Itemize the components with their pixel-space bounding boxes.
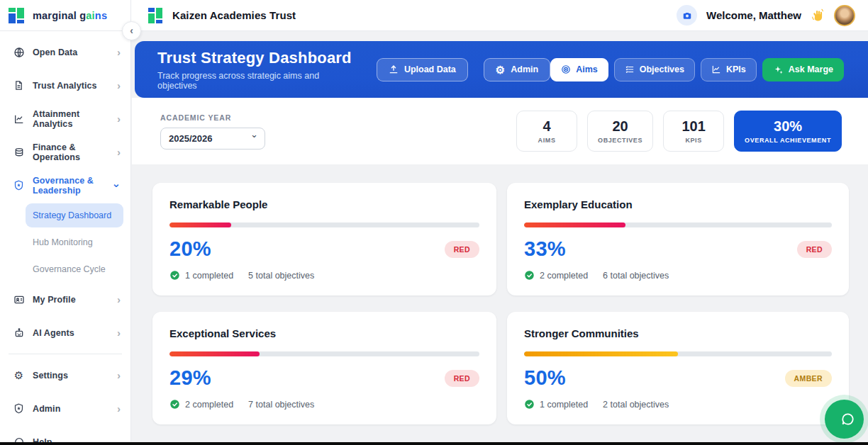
chevron-right-icon [117, 146, 121, 158]
org-header: Kaizen Academies Trust [148, 8, 296, 23]
check-circle-icon [169, 270, 180, 281]
upload-data-button[interactable]: Upload Data [377, 58, 468, 81]
chevron-right-icon [117, 79, 121, 91]
globe-icon [13, 46, 25, 58]
list-check-icon [625, 64, 635, 74]
chevron-right-icon [117, 369, 121, 381]
aim-card-remarkable-people[interactable]: Remarkable People 20% RED 1 completed 5 … [152, 183, 496, 295]
aim-card-exemplary-education[interactable]: Exemplary Education 33% RED 2 completed … [507, 183, 849, 295]
hero-banner: Trust Strategy Dashboard Track progress … [135, 41, 868, 98]
achievement-percent: 29% [169, 366, 211, 390]
sidebar-item-governance-leadership[interactable]: Governance & Leadership [0, 169, 130, 202]
chevron-right-icon [117, 113, 121, 125]
sidebar-item-ai-agents[interactable]: AI Agents [0, 316, 130, 349]
marginal-gains-logo-icon [9, 8, 24, 23]
sidebar-item-trust-analytics[interactable]: Trust Analytics [0, 69, 130, 102]
sidebar-item-admin[interactable]: Admin [0, 392, 130, 425]
total-objectives: 7 total objectives [248, 400, 314, 410]
aim-card-exceptional-services[interactable]: Exceptional Services 29% RED 2 completed… [152, 312, 496, 424]
sidebar-item-open-data[interactable]: Open Data [0, 35, 130, 69]
sparkle-icon [773, 64, 784, 75]
stat-kpis: 101 KPIS [663, 111, 724, 152]
camera-button[interactable] [677, 5, 697, 26]
chevron-right-icon [117, 293, 121, 305]
tab-aims[interactable]: Aims [550, 58, 608, 81]
sidebar-nav: Open Data Trust Analytics Attainment Ana… [0, 31, 130, 445]
chevron-right-icon [117, 327, 121, 339]
total-objectives: 2 total objectives [603, 400, 669, 410]
sidebar-item-attainment-analytics[interactable]: Attainment Analytics [0, 102, 130, 135]
rag-badge: AMBER [785, 370, 833, 387]
rag-badge: RED [445, 241, 479, 258]
wave-hand-icon [811, 9, 825, 23]
welcome-text: Welcome, Matthew [706, 9, 801, 21]
page-title: Trust Strategy Dashboard [157, 49, 357, 67]
topbar-right: Welcome, Matthew [677, 5, 855, 26]
achievement-percent: 20% [169, 237, 211, 261]
robot-icon [13, 327, 25, 339]
stat-aims: 4 AIMS [516, 111, 577, 152]
org-name: Kaizen Academies Trust [172, 9, 296, 21]
check-circle-icon [524, 399, 535, 410]
sidebar-subitem-strategy-dashboard[interactable]: Strategy Dashboard [26, 203, 123, 227]
sidebar-collapse-button[interactable] [122, 21, 141, 40]
completed-count: 2 completed [540, 271, 588, 281]
brand-name: marginal gains [33, 10, 107, 21]
academic-year-filter: ACADEMIC YEAR 2025/2026 [160, 113, 265, 150]
gear-icon [496, 64, 505, 75]
stats-row: 4 AIMS 20 OBJECTIVES 101 KPIS 30% OVERAL… [516, 111, 842, 152]
tab-kpis[interactable]: KPIs [701, 58, 757, 81]
total-objectives: 6 total objectives [603, 271, 669, 281]
aims-grid: Remarkable People 20% RED 1 completed 5 … [152, 183, 849, 424]
progress-track [524, 351, 832, 356]
upload-icon [389, 64, 399, 74]
stat-objectives: 20 OBJECTIVES [587, 111, 653, 152]
progress-track [169, 222, 479, 227]
chevron-down-icon [111, 179, 121, 192]
camera-icon [682, 11, 692, 21]
kaizen-logo-icon [148, 8, 163, 23]
achievement-percent: 33% [524, 237, 566, 261]
sidebar: marginal gains Open Data Trust Analytics… [0, 0, 131, 445]
sidebar-item-finance-operations[interactable]: Finance & Operations [0, 135, 130, 169]
chart-icon [13, 113, 25, 125]
ask-marge-button[interactable]: Ask Marge [762, 58, 844, 81]
brand-logo[interactable]: marginal gains [0, 0, 130, 31]
sidebar-subitem-governance-cycle[interactable]: Governance Cycle [26, 256, 130, 283]
user-avatar[interactable] [834, 5, 855, 26]
progress-fill [524, 222, 625, 227]
page-subtitle: Track progress across strategic aims and… [157, 71, 357, 91]
tab-objectives[interactable]: Objectives [614, 58, 695, 81]
admin-button[interactable]: Admin [484, 58, 550, 81]
gear-icon [13, 369, 25, 381]
sidebar-item-my-profile[interactable]: My Profile [0, 283, 130, 316]
target-icon [561, 64, 571, 74]
rag-badge: RED [445, 370, 479, 387]
sidebar-item-settings[interactable]: Settings [0, 359, 130, 392]
window-bottom-edge [0, 442, 868, 445]
progress-track [524, 222, 832, 227]
academic-year-label: ACADEMIC YEAR [160, 113, 265, 122]
sidebar-subitem-hub-monitoring[interactable]: Hub Monitoring [26, 229, 130, 256]
coins-icon [13, 146, 25, 158]
document-icon [13, 79, 25, 91]
rag-badge: RED [797, 241, 832, 258]
completed-count: 2 completed [185, 400, 233, 410]
progress-fill [169, 222, 231, 227]
shield-icon [13, 179, 25, 191]
academic-year-select-wrap: 2025/2026 [160, 128, 265, 150]
line-chart-icon [711, 64, 721, 74]
chevron-right-icon [117, 402, 121, 415]
completed-count: 1 completed [540, 400, 588, 410]
stat-overall-achievement: 30% OVERALL ACHIEVEMENT [734, 111, 842, 152]
sidebar-divider [9, 354, 122, 354]
chat-bubble-icon [840, 411, 856, 427]
progress-fill [169, 351, 260, 356]
filter-strip: ACADEMIC YEAR 2025/2026 4 AIMS 20 OBJECT… [132, 98, 868, 164]
progress-track [169, 351, 479, 356]
topbar: Kaizen Academies Trust Welcome, Matthew [131, 0, 868, 31]
check-circle-icon [169, 399, 180, 410]
academic-year-select[interactable]: 2025/2026 [160, 128, 265, 150]
aim-card-stronger-communities[interactable]: Stronger Communities 50% AMBER 1 complet… [507, 312, 849, 424]
chat-fab-button[interactable] [825, 400, 864, 439]
